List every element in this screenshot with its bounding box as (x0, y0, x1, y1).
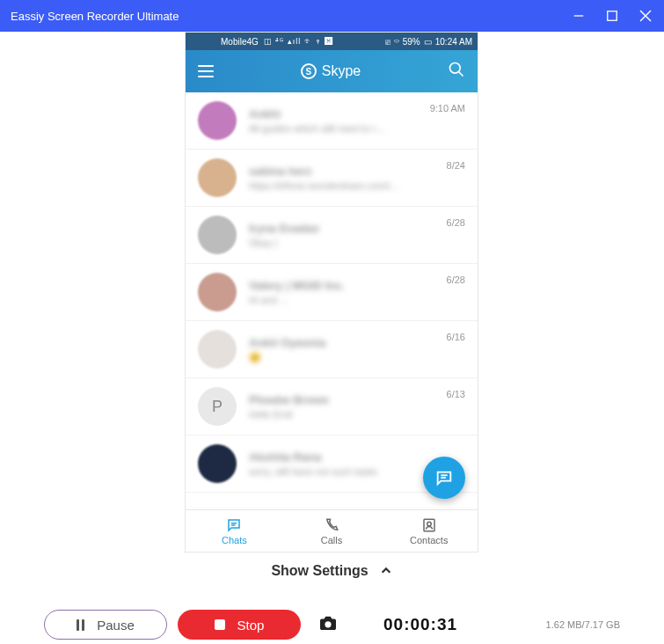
show-settings-label: Show Settings (271, 563, 368, 579)
recorder-bar: Pause Stop 00:00:31 1.62 MB/7.17 GB (0, 605, 664, 644)
nav-contacts[interactable]: Contacts (380, 510, 478, 552)
app-brand: S Skype (214, 63, 448, 79)
chat-preview: Okay ) (249, 238, 440, 248)
recording-canvas: Mobile4G ◫ ⁴ᴳ ▴ıll ᯤ ⚲ 🅼 ⎚ ⌔ 59% ▭ 10:24… (0, 32, 664, 605)
chat-name: sabina herz (249, 165, 440, 178)
chat-name: Akshita Rana (249, 450, 458, 464)
chat-row[interactable]: Ankit Oyeonia😊6/16 (186, 321, 478, 378)
stop-button[interactable]: Stop (178, 610, 301, 640)
svg-point-11 (427, 522, 431, 526)
chat-date: 8/24 (447, 160, 465, 171)
chat-date: 6/16 (447, 332, 465, 342)
chat-date: 6/13 (447, 389, 465, 399)
battery-icon: ▭ (424, 37, 432, 47)
svg-point-4 (450, 63, 461, 74)
avatar (198, 158, 237, 197)
window-title: Eassiy Screen Recorder Ultimate (11, 10, 571, 23)
chat-row[interactable]: Iryna EvadavOkay )6/28 (186, 207, 478, 264)
svg-rect-1 (608, 11, 617, 21)
skype-icon: S (301, 63, 317, 79)
search-icon[interactable] (448, 61, 465, 82)
bottom-nav: Chats Calls Contacts (186, 509, 478, 552)
clock-label: 10:24 AM (435, 37, 472, 47)
avatar (198, 273, 237, 311)
chat-name: Phoebe Brown (249, 393, 440, 406)
stop-icon (215, 619, 225, 630)
avatar (198, 444, 237, 483)
chat-row[interactable]: PPhoebe BrownHello Emil6/13 (186, 378, 478, 435)
svg-point-12 (325, 621, 331, 627)
app-name: Skype (322, 63, 361, 79)
carrier-label: Mobile4G (221, 37, 259, 47)
cast-icon: ⎚ (385, 37, 390, 47)
maximize-button[interactable] (604, 8, 620, 24)
battery-label: 59% (403, 37, 420, 47)
phone-statusbar: Mobile4G ◫ ⁴ᴳ ▴ıll ᯤ ⚲ 🅼 ⎚ ⌔ 59% ▭ 10:24… (186, 33, 478, 50)
nav-chats[interactable]: Chats (186, 510, 283, 552)
avatar (198, 330, 237, 369)
chat-date: 9:10 AM (430, 103, 465, 113)
chat-preview: Hello Emil (249, 409, 440, 420)
pause-icon (77, 619, 84, 631)
disk-usage: 1.62 MB/7.17 GB (546, 619, 620, 630)
chat-list: AnkhiAll guides which still need to r…9:… (186, 92, 478, 509)
show-settings-toggle[interactable]: Show Settings (0, 563, 664, 579)
chat-row[interactable]: Valery | MGID Inc.Hi and …6/28 (186, 264, 478, 321)
avatar (198, 216, 237, 254)
chat-preview: Hi and … (249, 295, 440, 305)
signal-icons: ◫ ⁴ᴳ ▴ıll ᯤ ⚲ 🅼 (264, 37, 333, 46)
avatar (198, 101, 237, 140)
svg-line-5 (459, 72, 463, 77)
phone-preview: Mobile4G ◫ ⁴ᴳ ▴ıll ᯤ ⚲ 🅼 ⎚ ⌔ 59% ▭ 10:24… (185, 32, 478, 553)
chat-row[interactable]: AnkhiAll guides which still need to r…9:… (186, 92, 478, 150)
chat-date: 6/28 (447, 217, 465, 228)
chat-name: Iryna Evadav (249, 222, 440, 235)
minimize-button[interactable] (571, 8, 587, 24)
avatar: P (198, 387, 237, 426)
menu-icon[interactable] (198, 65, 214, 77)
chat-name: Ankhi (249, 107, 423, 121)
titlebar: Eassiy Screen Recorder Ultimate (0, 0, 664, 32)
chevron-up-icon (379, 565, 393, 577)
nav-calls[interactable]: Calls (283, 510, 381, 552)
window-controls (571, 8, 653, 24)
bluetooth-icon: ⌔ (394, 37, 399, 47)
new-chat-fab[interactable] (423, 457, 465, 499)
pause-button[interactable]: Pause (44, 610, 167, 640)
chat-preview: https://drfone.wondershare.com/i… (249, 180, 440, 191)
recording-timer: 00:00:31 (383, 615, 457, 634)
chat-row[interactable]: sabina herzhttps://drfone.wondershare.co… (186, 150, 478, 207)
chat-preview: 😊 (249, 352, 440, 363)
close-button[interactable] (638, 8, 653, 24)
chat-date: 6/28 (447, 274, 465, 285)
chat-name: Ankit Oyeonia (249, 336, 440, 349)
chat-preview: All guides which still need to r… (249, 123, 423, 134)
chat-name: Valery | MGID Inc. (249, 279, 440, 292)
skype-header: S Skype (186, 50, 478, 92)
screenshot-button[interactable] (318, 615, 338, 635)
